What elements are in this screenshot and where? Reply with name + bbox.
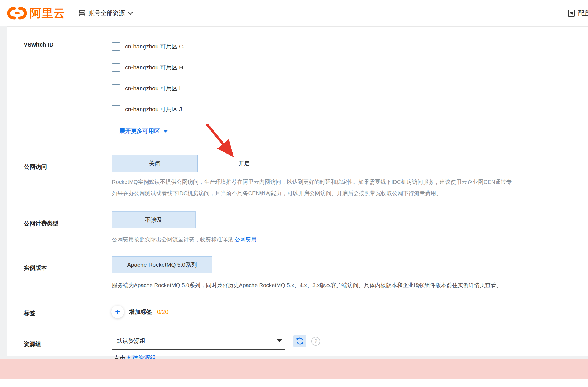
account-all-resources-menu[interactable]: 账号全部资源	[65, 0, 146, 26]
footer-gray-band	[0, 356, 588, 359]
public-access-desc-line2: 如果在办公网测试或者线下IDC机房访问，且当前不具备CEN组网能力，可以开启公网…	[112, 190, 588, 197]
logo-wordmark: 阿里云	[30, 6, 65, 21]
zone-option-row: cn-hangzhou 可用区 G	[112, 42, 184, 51]
refresh-resource-groups-button[interactable]	[293, 335, 306, 347]
zone-g-label: cn-hangzhou 可用区 G	[125, 43, 184, 50]
top-header: 阿里云 账号全部资源	[0, 0, 588, 27]
zone-i-checkbox[interactable]	[112, 84, 120, 92]
config-list-label: 配置	[578, 9, 588, 17]
left-gutter	[0, 26, 7, 379]
resource-group-value: 默认资源组	[117, 337, 145, 345]
config-cart-icon	[568, 9, 575, 17]
zone-j-label: cn-hangzhou 可用区 J	[125, 105, 182, 113]
select-caret-icon	[277, 339, 282, 342]
billing-type-label: 公网计费类型	[24, 220, 58, 227]
instance-version-label: 实例版本	[24, 264, 47, 272]
instance-version-desc: 服务端为Apache RocketMQ 5.0系列，同时兼容历史Apache R…	[112, 282, 588, 289]
resource-group-select[interactable]: 默认资源组	[112, 333, 285, 350]
config-list-shortcut[interactable]: 配置	[568, 0, 588, 26]
header-divider	[146, 0, 146, 26]
public-access-on-button[interactable]: 开启	[201, 155, 287, 172]
billing-desc-text: 公网费用按照实际出公网流量计费，收费标准详见	[112, 236, 235, 242]
rocketmq-create-instance-page: 阿里云 账号全部资源	[0, 0, 588, 387]
zone-j-checkbox[interactable]	[112, 105, 120, 113]
vswitch-id-label: VSwitch ID	[24, 41, 54, 48]
add-tag-button[interactable]: +	[111, 306, 124, 318]
tags-label: 标签	[24, 309, 35, 317]
zone-i-label: cn-hangzhou 可用区 I	[125, 85, 181, 92]
zone-option-row: cn-hangzhou 可用区 J	[112, 105, 182, 113]
instance-version-button[interactable]: Apache RocketMQ 5.0系列	[112, 256, 212, 273]
refresh-icon	[296, 337, 304, 345]
alibaba-cloud-logo[interactable]: 阿里云	[7, 0, 65, 26]
public-access-label: 公网访问	[24, 163, 47, 171]
alibaba-cloud-brackets-icon	[7, 6, 28, 20]
zone-h-label: cn-hangzhou 可用区 H	[125, 64, 183, 71]
zone-h-checkbox[interactable]	[112, 63, 120, 72]
zone-option-row: cn-hangzhou 可用区 H	[112, 63, 183, 72]
tag-count-badge: 0/20	[157, 309, 168, 315]
public-network-fee-link[interactable]: 公网费用	[235, 236, 257, 242]
resource-stack-icon	[78, 9, 86, 17]
billing-desc: 公网费用按照实际出公网流量计费，收费标准详见 公网费用	[112, 236, 588, 243]
plus-icon: +	[115, 307, 120, 316]
public-access-desc-line1: RocketMQ实例默认不提供公网访问，生产环境推荐在阿里云内网访问，以达到更好…	[112, 178, 588, 186]
public-access-off-button[interactable]: 关闭	[112, 155, 198, 172]
add-tag-control: + 增加标签 0/20	[111, 306, 168, 318]
add-tag-label[interactable]: 增加标签	[129, 308, 152, 316]
pink-highlight-bar	[0, 359, 588, 379]
caret-down-icon	[163, 130, 168, 133]
expand-more-zones-link[interactable]: 展开更多可用区	[119, 127, 168, 135]
zone-option-row: cn-hangzhou 可用区 I	[112, 84, 181, 92]
expand-more-zones-text: 展开更多可用区	[119, 127, 160, 135]
resource-group-label: 资源组	[24, 340, 41, 348]
zone-g-checkbox[interactable]	[112, 42, 120, 51]
resource-group-help-icon[interactable]: ?	[311, 337, 320, 346]
chevron-down-icon	[128, 12, 133, 15]
account-menu-label: 账号全部资源	[88, 9, 125, 17]
billing-not-involved-button[interactable]: 不涉及	[112, 211, 196, 228]
